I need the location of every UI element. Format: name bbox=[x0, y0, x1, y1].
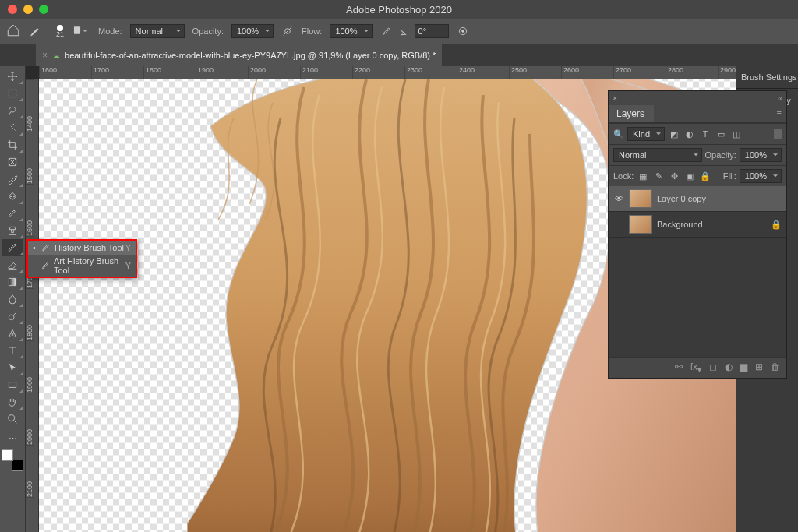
maximize-window-button[interactable] bbox=[39, 5, 48, 14]
pressure-size-icon[interactable] bbox=[457, 25, 469, 37]
svg-point-10 bbox=[9, 315, 14, 320]
blur-tool[interactable] bbox=[2, 291, 23, 308]
zoom-tool[interactable] bbox=[2, 410, 23, 428]
adjustment-layer-icon[interactable]: ◐ bbox=[725, 361, 733, 374]
type-tool[interactable] bbox=[2, 342, 23, 359]
tool-preset-icon[interactable] bbox=[28, 23, 48, 40]
eraser-tool[interactable] bbox=[2, 256, 23, 273]
layer-group-icon[interactable]: ▆ bbox=[740, 361, 747, 374]
layer-item[interactable]: 👁Layer 0 copy bbox=[609, 186, 786, 212]
opacity-dropdown[interactable]: 100% bbox=[231, 24, 274, 38]
layer-list: 👁Layer 0 copyBackground🔒 bbox=[609, 186, 786, 357]
edit-toolbar-icon[interactable]: ⋯ bbox=[2, 430, 23, 447]
pixel-filter-icon[interactable]: ◩ bbox=[668, 128, 680, 140]
panel-menu-icon[interactable]: « bbox=[778, 93, 782, 103]
dodge-tool[interactable] bbox=[2, 308, 23, 325]
smart-filter-icon[interactable]: ◫ bbox=[730, 128, 743, 140]
close-panel-icon[interactable]: × bbox=[613, 93, 617, 103]
lock-artboard-icon[interactable]: ▣ bbox=[683, 170, 696, 182]
angle-icon: ⦛ bbox=[401, 25, 407, 38]
filter-toggle-icon[interactable] bbox=[774, 129, 782, 139]
delete-layer-icon[interactable]: 🗑 bbox=[771, 361, 780, 374]
brush-preset-picker[interactable]: 21 bbox=[56, 25, 64, 38]
type-filter-icon[interactable]: T bbox=[699, 128, 711, 140]
layer-blend-dropdown[interactable]: Normal bbox=[613, 148, 702, 162]
lock-label: Lock: bbox=[613, 171, 634, 181]
new-layer-icon[interactable]: ⊞ bbox=[755, 361, 763, 374]
history-brush-tool[interactable] bbox=[2, 239, 23, 256]
lasso-tool[interactable] bbox=[2, 102, 23, 119]
brush-panel-toggle-icon[interactable] bbox=[72, 25, 90, 37]
fill-label: Fill: bbox=[723, 171, 736, 181]
svg-rect-0 bbox=[74, 26, 80, 33]
gradient-tool[interactable] bbox=[2, 273, 23, 291]
document-tab-bar: × ☁ beautiful-face-of-an-attractive-mode… bbox=[0, 44, 798, 66]
layer-filter-dropdown[interactable]: Kind bbox=[627, 127, 665, 141]
shape-filter-icon[interactable]: ▭ bbox=[715, 128, 727, 140]
hand-tool[interactable] bbox=[2, 393, 23, 410]
link-layers-icon[interactable]: ⚯ bbox=[675, 361, 683, 374]
svg-rect-4 bbox=[9, 90, 16, 97]
fill-dropdown[interactable]: 100% bbox=[740, 169, 782, 183]
rectangle-tool[interactable] bbox=[2, 376, 23, 393]
vertical-ruler[interactable]: 1400150016001700180019002000210022002300… bbox=[26, 79, 39, 532]
blend-mode-dropdown[interactable]: Normal bbox=[130, 24, 185, 38]
marquee-tool[interactable] bbox=[2, 85, 23, 102]
fg-bg-color[interactable] bbox=[2, 447, 23, 474]
adjustment-filter-icon[interactable]: ◐ bbox=[683, 128, 696, 140]
layer-item[interactable]: Background🔒 bbox=[609, 212, 786, 238]
layer-fx-icon[interactable]: fx▾ bbox=[690, 361, 701, 374]
flyout-item[interactable]: Art History Brush ToolY bbox=[28, 255, 136, 277]
panel-options-icon[interactable]: ≡ bbox=[772, 105, 786, 122]
layer-name: Layer 0 copy bbox=[657, 194, 706, 203]
close-tab-icon[interactable]: × bbox=[42, 50, 48, 61]
layers-footer: ⚯ fx▾ ◻ ◐ ▆ ⊞ 🗑 bbox=[609, 357, 786, 378]
path-selection-tool[interactable] bbox=[2, 359, 23, 376]
layer-opacity-label: Opacity: bbox=[705, 150, 736, 160]
angle-input[interactable] bbox=[415, 24, 449, 38]
options-bar: 21 Mode: Normal Opacity: 100% Flow: 100%… bbox=[0, 19, 798, 44]
mode-label: Mode: bbox=[98, 26, 122, 36]
lock-transparency-icon[interactable]: ▦ bbox=[637, 170, 649, 182]
flyout-item[interactable]: •History Brush ToolY bbox=[28, 241, 136, 255]
svg-rect-9 bbox=[9, 278, 16, 285]
brush-settings-tab[interactable]: Brush Settings bbox=[736, 66, 798, 89]
tool-flyout-menu: •History Brush ToolYArt History Brush To… bbox=[26, 239, 137, 278]
document-tab-label: beautiful-face-of-an-attractive-model-wi… bbox=[65, 51, 436, 60]
title-bar: Adobe Photoshop 2020 bbox=[0, 0, 798, 19]
horizontal-ruler[interactable]: 1600170018001900200021002200230024002500… bbox=[39, 66, 736, 79]
layer-thumbnail[interactable] bbox=[629, 189, 652, 208]
document-tab[interactable]: × ☁ beautiful-face-of-an-attractive-mode… bbox=[36, 44, 442, 66]
layers-panel[interactable]: × « Layers ≡ 🔍 Kind ◩ ◐ T ▭ ◫ Normal Opa… bbox=[608, 90, 787, 379]
move-tool[interactable] bbox=[2, 68, 23, 85]
lock-position-icon[interactable]: ✥ bbox=[668, 170, 680, 182]
flow-dropdown[interactable]: 100% bbox=[330, 24, 372, 38]
brush-tool[interactable] bbox=[2, 205, 23, 222]
crop-tool[interactable] bbox=[2, 136, 23, 153]
layers-tab[interactable]: Layers bbox=[609, 105, 654, 122]
minimize-window-button[interactable] bbox=[23, 5, 33, 14]
airbrush-icon[interactable] bbox=[380, 25, 393, 37]
layer-opacity-dropdown[interactable]: 100% bbox=[740, 148, 782, 162]
layer-mask-icon[interactable]: ◻ bbox=[709, 361, 717, 374]
pen-tool[interactable] bbox=[2, 325, 23, 342]
app-title: Adobe Photoshop 2020 bbox=[346, 4, 452, 16]
lock-all-icon[interactable]: 🔒 bbox=[699, 170, 711, 182]
healing-brush-tool[interactable] bbox=[2, 188, 23, 205]
lock-pixels-icon[interactable]: ✎ bbox=[652, 170, 665, 182]
svg-point-7 bbox=[10, 196, 11, 196]
frame-tool[interactable] bbox=[2, 153, 23, 171]
clone-stamp-tool[interactable] bbox=[2, 222, 23, 239]
svg-point-8 bbox=[13, 196, 14, 196]
home-icon[interactable] bbox=[6, 23, 20, 39]
close-window-button[interactable] bbox=[8, 5, 17, 14]
layer-name: Background bbox=[657, 220, 703, 229]
quick-selection-tool[interactable] bbox=[2, 119, 23, 136]
layer-thumbnail[interactable] bbox=[629, 215, 652, 234]
visibility-icon[interactable]: 👁 bbox=[613, 194, 624, 203]
svg-rect-6 bbox=[9, 192, 16, 199]
svg-rect-12 bbox=[9, 382, 16, 388]
opacity-label: Opacity: bbox=[192, 26, 224, 36]
pressure-opacity-icon[interactable] bbox=[281, 25, 294, 37]
eyedropper-tool[interactable] bbox=[2, 171, 23, 188]
